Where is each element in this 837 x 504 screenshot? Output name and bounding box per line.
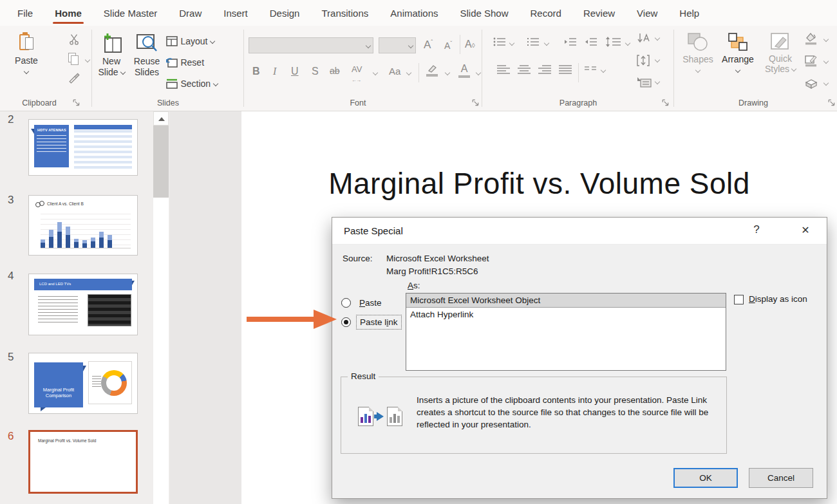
tab-draw[interactable]: Draw — [168, 0, 212, 26]
align-right-button[interactable] — [538, 64, 551, 75]
italic-button[interactable]: I — [273, 66, 276, 77]
character-spacing-button[interactable]: AV←→ — [352, 64, 362, 84]
font-size-combo[interactable] — [379, 37, 416, 53]
grow-font-button[interactable]: Aˆ — [424, 39, 433, 51]
chevron-down-icon[interactable] — [406, 70, 411, 75]
arrange-button[interactable]: Arrange — [719, 32, 757, 76]
chevron-down-icon[interactable] — [625, 41, 630, 46]
chevron-down-icon[interactable] — [601, 68, 606, 73]
chevron-down-icon[interactable] — [655, 79, 660, 84]
change-case-button[interactable]: Aa — [389, 66, 400, 77]
bold-button[interactable]: B — [252, 66, 260, 77]
align-left-button[interactable] — [497, 64, 510, 75]
tab-animations[interactable]: Animations — [379, 0, 449, 26]
font-name-combo[interactable] — [249, 37, 373, 53]
thumbnail-bullets — [37, 135, 66, 154]
paste-radio[interactable]: Paste — [341, 296, 385, 310]
justify-button[interactable] — [559, 64, 572, 75]
scrollbar-thumb[interactable] — [153, 126, 169, 198]
text-direction-button[interactable] — [636, 32, 650, 45]
tab-slide-master[interactable]: Slide Master — [93, 0, 168, 26]
slide-thumbnail-2[interactable]: HDTV ATENNAS — [28, 119, 138, 176]
as-listbox[interactable]: Microsoft Excel Worksheet Object Attach … — [406, 293, 726, 371]
slide-thumbnail-5[interactable]: Marginal ProfitComparison — [28, 353, 138, 414]
reset-button[interactable]: Reset — [166, 57, 204, 68]
chevron-down-icon[interactable] — [476, 70, 481, 75]
paste-button[interactable]: Paste — [12, 33, 41, 77]
highlight-color-button[interactable] — [426, 64, 438, 77]
paragraph-dialog-launcher[interactable] — [662, 99, 670, 107]
tab-slide-show[interactable]: Slide Show — [449, 0, 519, 26]
increase-indent-button[interactable] — [585, 37, 597, 47]
slide-thumbnail-6-selected[interactable]: Marginal Profit vs. Volume Sold — [28, 430, 138, 494]
close-icon[interactable]: ✕ — [796, 224, 815, 236]
columns-button[interactable] — [585, 66, 596, 73]
shrink-font-button[interactable]: Aˇ — [444, 40, 452, 51]
help-icon[interactable]: ? — [747, 223, 766, 236]
panel-scrollbar[interactable] — [153, 111, 169, 504]
section-button[interactable]: Section — [166, 78, 218, 89]
numbering-button[interactable] — [527, 37, 540, 47]
slide-title[interactable]: Marginal Profit vs. Volume Sold — [241, 166, 837, 201]
new-slide-icon — [100, 33, 122, 54]
layout-button[interactable]: Layout — [166, 35, 214, 47]
shape-outline-button[interactable] — [804, 54, 818, 67]
shadow-button[interactable]: S — [312, 66, 319, 77]
line-spacing-button[interactable] — [606, 37, 621, 47]
list-item-selected[interactable]: Microsoft Excel Worksheet Object — [406, 294, 726, 308]
tab-insert[interactable]: Insert — [212, 0, 259, 26]
shape-effects-button[interactable] — [804, 77, 819, 90]
cancel-button[interactable]: Cancel — [749, 468, 813, 488]
clipboard-dialog-launcher[interactable] — [73, 99, 80, 107]
format-painter-button[interactable] — [68, 72, 80, 84]
font-color-button[interactable]: A — [458, 63, 470, 78]
tab-file[interactable]: File — [6, 0, 44, 26]
chevron-down-icon — [120, 70, 125, 75]
slide-thumbnail-3[interactable]: Client A vs. Client B — [28, 195, 138, 256]
tab-design[interactable]: Design — [259, 0, 311, 26]
scroll-up-icon[interactable] — [153, 111, 169, 126]
columns-icon — [585, 66, 596, 73]
new-slide-button[interactable]: NewSlide — [97, 33, 126, 78]
dialog-title-bar[interactable]: Paste Special ? ✕ — [332, 218, 827, 245]
font-dialog-launcher[interactable] — [472, 99, 480, 107]
slide-thumbnail-4[interactable]: LCD and LED TVs — [28, 274, 138, 335]
list-item[interactable]: Attach Hyperlink — [406, 308, 726, 322]
shapes-button[interactable]: Shapes — [681, 32, 715, 76]
tab-record[interactable]: Record — [520, 0, 572, 26]
chevron-down-icon[interactable] — [373, 70, 378, 75]
drawing-dialog-launcher[interactable] — [828, 99, 836, 107]
reuse-slides-button[interactable]: ReuseSlides — [131, 33, 162, 78]
chevron-down-icon[interactable] — [509, 41, 514, 46]
bullets-button[interactable] — [493, 37, 506, 47]
chevron-down-icon[interactable] — [823, 59, 829, 64]
quick-styles-button[interactable]: QuickStyles — [762, 32, 798, 74]
copy-button[interactable] — [68, 53, 79, 64]
align-center-button[interactable] — [518, 64, 531, 75]
tab-review[interactable]: Review — [572, 0, 626, 26]
underline-button[interactable]: U — [291, 66, 299, 77]
tab-help[interactable]: Help — [668, 0, 710, 26]
ok-button[interactable]: OK — [673, 468, 738, 488]
chevron-down-icon[interactable] — [655, 57, 660, 62]
tab-transitions[interactable]: Transitions — [310, 0, 379, 26]
convert-smartart-button[interactable] — [636, 76, 652, 88]
cut-button[interactable] — [68, 33, 80, 45]
chevron-down-icon[interactable] — [823, 80, 829, 86]
chevron-down-icon[interactable] — [445, 70, 450, 75]
clear-formatting-button[interactable]: A◊ — [465, 39, 475, 50]
strikethrough-button[interactable]: ab — [330, 66, 340, 76]
shape-fill-button[interactable] — [804, 32, 818, 45]
chevron-down-icon[interactable] — [544, 41, 549, 46]
tab-home[interactable]: Home — [44, 0, 93, 26]
copy-chevron-icon[interactable] — [85, 57, 90, 62]
result-groupbox: Result Inserts a picture of the clipboar… — [341, 377, 727, 454]
chevron-down-icon[interactable] — [823, 37, 829, 42]
paste-link-radio[interactable]: Paste link — [341, 315, 402, 330]
align-text-button[interactable] — [636, 54, 650, 67]
tab-view[interactable]: View — [626, 0, 668, 26]
chevron-down-icon[interactable] — [655, 35, 660, 41]
display-as-icon-checkbox[interactable]: Display as icon — [734, 294, 807, 304]
decrease-indent-button[interactable] — [564, 37, 577, 47]
new-slide-label-1: New — [102, 56, 120, 66]
